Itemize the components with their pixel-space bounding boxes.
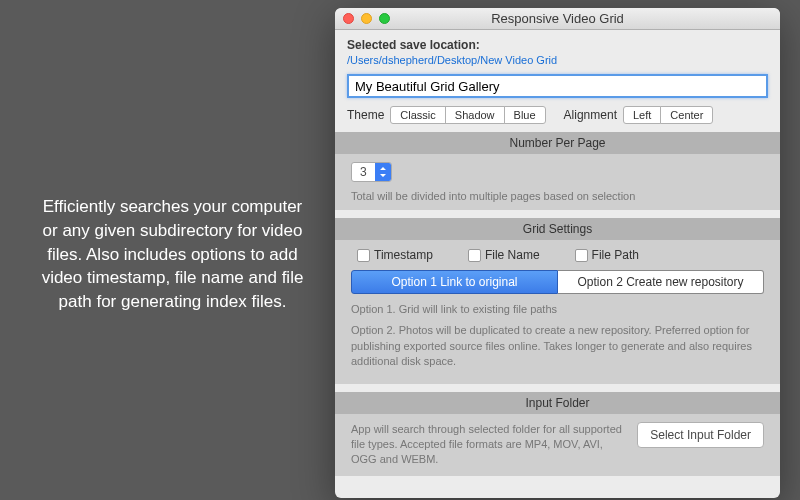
promo-description: Efficiently searches your computer or an… xyxy=(35,195,310,314)
minimize-icon[interactable] xyxy=(361,13,372,24)
option2-repo-button[interactable]: Option 2 Create new repository xyxy=(558,270,764,294)
filepath-label: File Path xyxy=(592,248,639,262)
timestamp-label: Timestamp xyxy=(374,248,433,262)
checkbox-icon xyxy=(468,249,481,262)
chevron-updown-icon xyxy=(375,163,391,181)
grid-settings-header: Grid Settings xyxy=(335,218,780,240)
alignment-segmented: Left Center xyxy=(623,106,713,124)
option1-description: Option 1. Grid will link to existing fil… xyxy=(351,302,764,317)
input-folder-header: Input Folder xyxy=(335,392,780,414)
theme-shadow-button[interactable]: Shadow xyxy=(445,106,505,124)
input-folder-description: App will search through selected folder … xyxy=(351,422,625,468)
alignment-label: Alignment xyxy=(564,108,617,122)
timestamp-checkbox[interactable]: Timestamp xyxy=(357,248,433,262)
number-select[interactable]: 3 xyxy=(351,162,392,182)
number-per-page-body: 3 Total will be divided into multiple pa… xyxy=(335,154,780,210)
align-center-button[interactable]: Center xyxy=(660,106,713,124)
option1-link-button[interactable]: Option 1 Link to original xyxy=(351,270,558,294)
option2-description: Option 2. Photos will be duplicated to c… xyxy=(351,323,764,369)
grid-settings-body: Timestamp File Name File Path Option 1 L… xyxy=(335,240,780,384)
select-input-folder-button[interactable]: Select Input Folder xyxy=(637,422,764,448)
filename-label: File Name xyxy=(485,248,540,262)
maximize-icon[interactable] xyxy=(379,13,390,24)
align-left-button[interactable]: Left xyxy=(623,106,661,124)
gallery-title-input[interactable] xyxy=(347,74,768,98)
checkbox-icon xyxy=(575,249,588,262)
close-icon[interactable] xyxy=(343,13,354,24)
save-location-path[interactable]: /Users/dshepherd/Desktop/New Video Grid xyxy=(347,54,768,66)
number-select-value: 3 xyxy=(352,165,375,179)
filepath-checkbox[interactable]: File Path xyxy=(575,248,639,262)
window-title: Responsive Video Grid xyxy=(491,11,624,26)
save-location-label: Selected save location: xyxy=(347,38,768,52)
filename-checkbox[interactable]: File Name xyxy=(468,248,540,262)
titlebar[interactable]: Responsive Video Grid xyxy=(335,8,780,30)
checkbox-icon xyxy=(357,249,370,262)
input-folder-body: App will search through selected folder … xyxy=(335,414,780,476)
theme-label: Theme xyxy=(347,108,384,122)
traffic-lights xyxy=(343,13,390,24)
theme-segmented: Classic Shadow Blue xyxy=(390,106,545,124)
number-per-page-header: Number Per Page xyxy=(335,132,780,154)
theme-blue-button[interactable]: Blue xyxy=(504,106,546,124)
number-hint: Total will be divided into multiple page… xyxy=(351,190,764,202)
theme-classic-button[interactable]: Classic xyxy=(390,106,445,124)
app-window: Responsive Video Grid Selected save loca… xyxy=(335,8,780,498)
